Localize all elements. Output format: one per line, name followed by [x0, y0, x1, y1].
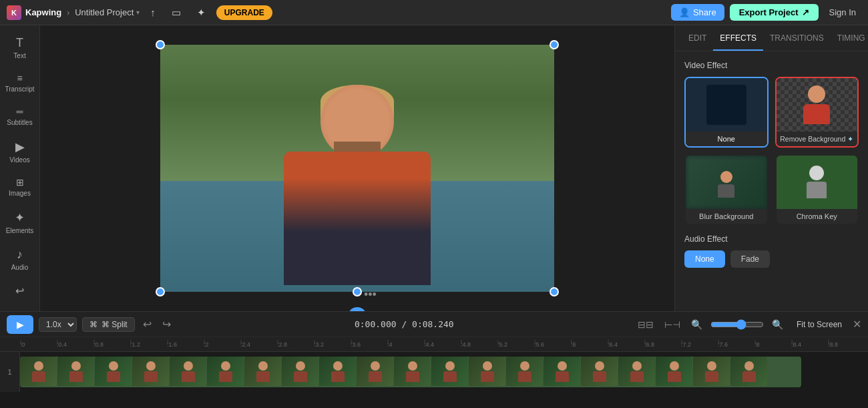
fit-screen-button[interactable]: Fit to Screen	[791, 317, 847, 332]
close-timeline-button[interactable]: ✕	[853, 318, 861, 331]
ruler-mark: :6.4	[608, 341, 644, 348]
effect-thumb-remove	[777, 78, 858, 132]
split-button[interactable]: ⌘ ⌘ Split	[82, 317, 135, 332]
images-icon: ⊞	[16, 177, 24, 188]
zoom-slider[interactable]	[710, 319, 764, 330]
ruler-marks: :0:0.4:0.8:1.2:1.6:2:2.4:2.8:3.2:3.6:4:4…	[20, 341, 868, 348]
clip-thumbnail	[469, 357, 505, 386]
clip-thumbnail	[207, 357, 244, 386]
share-button[interactable]: 👤 Share	[671, 4, 724, 21]
handle-bottom-center[interactable]	[353, 287, 362, 296]
timeline: ▶ 1.0x 0.5x 1.5x 2.0x ⌘ ⌘ Split ↩ ↪ 0:00…	[0, 311, 868, 408]
tab-effects[interactable]: EFFECTS	[713, 25, 763, 51]
clip-thumbnail	[581, 357, 618, 386]
effect-none[interactable]: None	[684, 77, 769, 148]
signin-button[interactable]: Sign In	[824, 5, 861, 20]
speed-select[interactable]: 1.0x 0.5x 1.5x 2.0x	[39, 317, 77, 332]
monitor-icon: ▭	[172, 7, 181, 19]
clip-thumbnail	[95, 357, 132, 386]
handle-top-left[interactable]	[156, 40, 165, 49]
track-align-button[interactable]: ⊟⊟	[635, 317, 656, 333]
clip-thumbnail	[394, 357, 431, 386]
breadcrumb-sep: ›	[67, 8, 69, 17]
person	[270, 78, 444, 292]
redo-button[interactable]: ↪	[160, 315, 174, 333]
subtitles-icon: ═	[17, 106, 23, 117]
effect-blur-background[interactable]: Blur Background	[684, 154, 769, 225]
export-button[interactable]: Export Project ↗	[730, 4, 819, 21]
sidebar-item-subtitles[interactable]: ═ Subtitles	[2, 101, 38, 132]
clip-thumbnail	[20, 357, 57, 386]
handle-top-right[interactable]	[550, 40, 559, 49]
brand-name: Kapwing	[25, 7, 61, 17]
zoom-in-button[interactable]: 🔍	[769, 317, 786, 333]
handle-bottom-left[interactable]	[156, 287, 165, 296]
effects-grid: None Remove Background ✦	[684, 77, 859, 225]
project-name[interactable]: Untitled Project ▾	[75, 7, 140, 17]
zoom-out-icon: 🔍	[691, 319, 702, 330]
clip-thumbnail	[244, 357, 281, 386]
play-icon: ▶	[17, 319, 24, 330]
videos-icon: ▶	[15, 140, 25, 154]
ruler-mark: :5.6	[534, 341, 571, 348]
snap-button[interactable]: ⊢⊣	[662, 317, 683, 333]
sidebar-item-audio[interactable]: ♪ Audio	[2, 242, 38, 276]
effect-thumb-chroma	[777, 156, 858, 209]
tab-edit[interactable]: EDIT	[682, 25, 713, 51]
zoom-in-icon: 🔍	[772, 319, 783, 330]
audio-buttons: None Fade	[684, 250, 859, 268]
timeline-right-controls: ⊟⊟ ⊢⊣ 🔍 🔍 Fit to Screen ✕	[635, 317, 861, 333]
clip-thumbnail	[57, 357, 94, 386]
sidebar-item-text[interactable]: T Text	[2, 31, 38, 65]
track-clip[interactable]	[20, 357, 801, 387]
topbar: K Kapwing › Untitled Project ▾ ↑ ▭ ✦ UPG…	[0, 0, 868, 25]
effect-remove-background[interactable]: Remove Background ✦	[775, 77, 859, 148]
upload-button[interactable]: ↑	[145, 4, 161, 21]
zoom-out-button[interactable]: 🔍	[688, 317, 705, 333]
clip-thumbnail	[132, 357, 169, 386]
ruler-mark: :0.4	[57, 341, 93, 348]
sidebar-item-elements[interactable]: ✦ Elements	[2, 205, 38, 240]
upgrade-button[interactable]: UPGRADE	[216, 5, 272, 20]
track-number: 1	[0, 352, 20, 392]
sidebar-item-images[interactable]: ⊞ Images	[2, 172, 38, 202]
clip-thumbnail	[506, 357, 543, 386]
more-options-button[interactable]: •••	[364, 288, 377, 302]
audio-none-button[interactable]: None	[684, 250, 725, 268]
close-icon: ✕	[853, 319, 861, 330]
play-button[interactable]: ▶	[7, 315, 33, 334]
logo-icon: K	[7, 5, 21, 20]
refresh-button[interactable]: ↻	[348, 307, 367, 311]
audio-fade-button[interactable]: Fade	[730, 250, 770, 268]
sidebar-item-transcript[interactable]: ≡ Transcript	[2, 67, 38, 98]
ruler-mark: :8.8	[828, 341, 865, 348]
handle-bottom-right[interactable]	[550, 287, 559, 296]
sidebar-item-videos[interactable]: ▶ Videos	[2, 134, 38, 169]
ruler-mark: :7.6	[718, 341, 754, 348]
undo-button[interactable]: ↩	[2, 279, 38, 302]
tab-timing[interactable]: TIMING	[831, 25, 868, 51]
undo-button[interactable]: ↩	[140, 315, 154, 333]
monitor-button[interactable]: ▭	[166, 4, 186, 21]
tab-transitions[interactable]: TRANSITIONS	[763, 25, 831, 51]
ruler-mark: :4.4	[424, 341, 461, 348]
clip-thumbnails	[20, 357, 767, 387]
audio-effect-section: Audio Effect None Fade	[684, 234, 859, 268]
panel-tabs: EDIT EFFECTS TRANSITIONS TIMING	[675, 25, 868, 51]
ruler-mark: :3.2	[314, 341, 351, 348]
track-area: 1	[0, 352, 868, 392]
ruler-mark: :2.4	[240, 341, 277, 348]
ruler-mark: :5.2	[497, 341, 534, 348]
ruler-mark: :0	[20, 341, 57, 348]
clip-thumbnail	[730, 357, 767, 386]
video-preview[interactable]	[160, 45, 554, 292]
theme-button[interactable]: ✦	[192, 4, 211, 21]
effect-chroma-key[interactable]: Chroma Key	[775, 154, 859, 225]
snap-icon: ⊢⊣	[664, 319, 680, 330]
left-sidebar: T Text ≡ Transcript ═ Subtitles ▶ Videos…	[0, 25, 40, 311]
effect-label-chroma: Chroma Key	[777, 209, 858, 224]
ruler-mark: :6.8	[644, 341, 681, 348]
timestamp: 0:00.000 / 0:08.240	[355, 319, 454, 329]
effect-thumb-none	[686, 78, 767, 132]
text-icon: T	[16, 36, 23, 50]
